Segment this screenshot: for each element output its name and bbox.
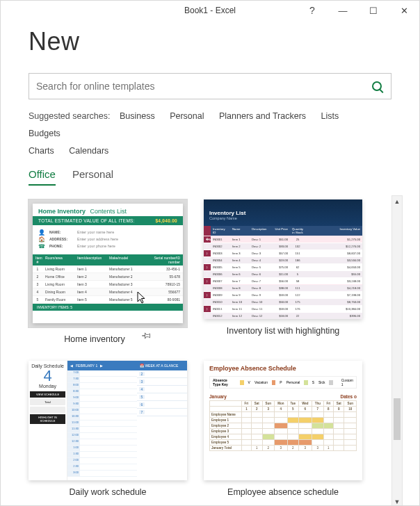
content-area: New Suggested searches: Business Persona…	[1, 20, 419, 505]
search-button[interactable]	[363, 74, 391, 99]
suggested-link[interactable]: Personal	[170, 108, 204, 125]
page-title: New	[29, 27, 391, 56]
tab-personal[interactable]: Personal	[72, 168, 113, 186]
suggested-label: Suggested searches:	[29, 111, 110, 121]
templates-grid: Home Inventory Contents List TOTAL ESTIM…	[29, 199, 379, 497]
template-caption: Inventory list with highlighting	[227, 326, 340, 336]
minimize-button[interactable]: —	[328, 1, 358, 20]
template-card-home-inventory[interactable]: Home Inventory Contents List TOTAL ESTIM…	[29, 199, 187, 344]
template-thumbnail: Home Inventory Contents List TOTAL ESTIM…	[33, 204, 183, 323]
template-caption: Daily work schedule	[69, 487, 146, 497]
scroll-down-arrow-icon[interactable]: ▼	[392, 496, 402, 505]
scroll-thumb[interactable]	[394, 398, 401, 440]
template-thumbnail: Employee Absence Schedule Absence Type K…	[204, 361, 362, 480]
suggested-link[interactable]: Calendars	[69, 142, 108, 160]
suggested-searches: Suggested searches: Business Personal Pl…	[29, 108, 391, 160]
template-card-absence-schedule[interactable]: Employee Absence Schedule Absence Type K…	[204, 361, 362, 497]
window-title: Book1 - Excel	[184, 6, 236, 15]
help-button[interactable]: ?	[297, 1, 328, 20]
maximize-button[interactable]: ☐	[358, 1, 389, 20]
thumb-subtitle: Contents List	[90, 208, 127, 215]
template-caption: Employee absence schedule	[227, 487, 339, 497]
titlebar: Book1 - Excel ? — ☐ ✕	[1, 1, 419, 20]
search-box[interactable]	[29, 73, 391, 99]
thumb-bar-label: TOTAL ESTIMATED VALUE OF ALL ITEMS:	[38, 218, 135, 223]
thumb-bar-value: $4,040.00	[155, 218, 177, 223]
template-card-inventory-highlight[interactable]: Inventory ListCompany Name Inventory IDN…	[204, 199, 362, 344]
search-icon	[372, 81, 382, 91]
vertical-scrollbar[interactable]: ▲ ▼	[391, 195, 403, 505]
window-controls: ? — ☐ ✕	[297, 1, 419, 20]
tab-office[interactable]: Office	[29, 168, 56, 186]
templates-pane: Home Inventory Contents List TOTAL ESTIM…	[29, 195, 391, 505]
suggested-link[interactable]: Lists	[321, 108, 339, 125]
suggested-link[interactable]: Business	[120, 108, 155, 125]
scroll-track[interactable]	[392, 207, 402, 496]
thumb-footer: INVENTORY ITEMS: 5	[37, 305, 72, 309]
search-input[interactable]	[29, 81, 363, 92]
template-caption: Home inventory	[64, 334, 125, 344]
template-source-tabs: Office Personal	[29, 168, 391, 186]
excel-new-window: Book1 - Excel ? — ☐ ✕ New Suggested sear…	[0, 0, 420, 506]
suggested-link[interactable]: Planners and Trackers	[219, 108, 306, 125]
template-thumbnail: Inventory ListCompany Name Inventory IDN…	[204, 199, 362, 319]
template-card-daily-schedule[interactable]: Daily Schedule 4 Monday VIEW SCHEDULE To…	[29, 361, 187, 497]
suggested-link[interactable]: Charts	[29, 142, 54, 160]
close-button[interactable]: ✕	[389, 1, 419, 20]
scroll-up-arrow-icon[interactable]: ▲	[392, 196, 402, 207]
suggested-link[interactable]: Budgets	[29, 125, 60, 142]
template-thumbnail: Daily Schedule 4 Monday VIEW SCHEDULE To…	[29, 361, 187, 480]
thumb-title: Home Inventory	[38, 208, 86, 215]
pin-icon[interactable]	[142, 331, 152, 341]
